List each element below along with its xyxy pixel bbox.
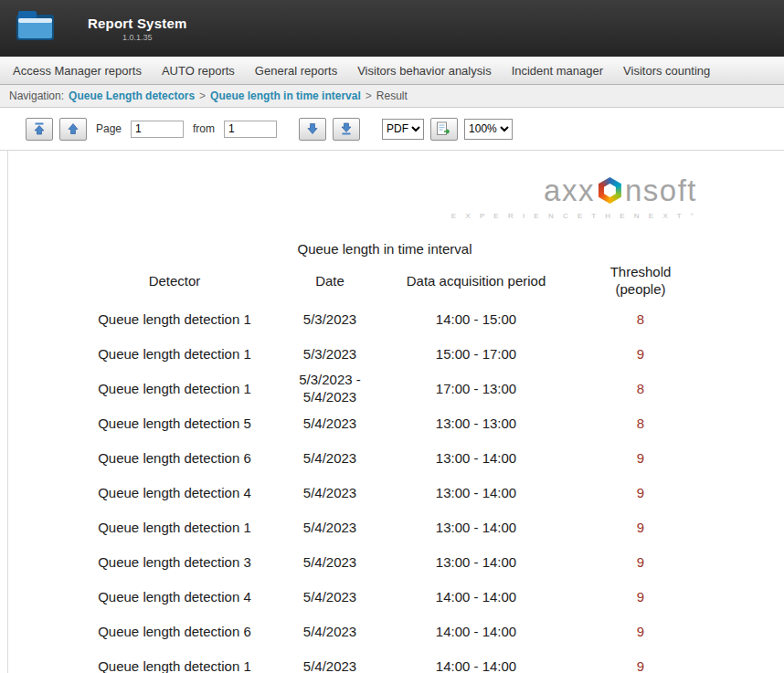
breadcrumb: Navigation: Queue Length detectors > Que… [0, 85, 784, 108]
cell-threshold: 9 [577, 658, 705, 673]
cell-date: 5/3/2023 [284, 311, 376, 329]
cell-threshold: 8 [577, 311, 705, 329]
cell-detector: Queue length detection 4 [65, 589, 284, 606]
last-page-button[interactable] [333, 118, 360, 141]
app-header: Report System 1.0.1.35 [0, 0, 784, 57]
table-row: Queue length detection 5 5/4/2023 13:00 … [65, 406, 784, 441]
report-title: Queue length in time interval [65, 241, 705, 257]
cell-period: 14:00 - 14:00 [376, 589, 577, 606]
cell-date: 5/3/2023 [284, 346, 376, 363]
cell-detector: Queue length detection 1 [65, 346, 284, 363]
cell-date: 5/4/2023 [284, 520, 376, 537]
total-pages-input[interactable] [224, 121, 277, 138]
cell-date: 5/4/2023 [284, 658, 376, 673]
breadcrumb-current: Result [376, 89, 408, 102]
page-label: Page [96, 122, 122, 135]
report-page: axxnsoft E X P E R I E N C E T H E N E X… [7, 151, 784, 673]
cell-period: 13:00 - 14:00 [376, 450, 577, 468]
page-input[interactable] [131, 121, 184, 138]
table-row: Queue length detection 1 5/3/2023 15:00 … [65, 337, 784, 372]
cell-detector: Queue length detection 1 [65, 381, 284, 398]
cell-period: 13:00 - 14:00 [376, 485, 577, 502]
breadcrumb-label: Navigation: [9, 89, 64, 102]
breadcrumb-separator: > [199, 89, 206, 102]
cell-period: 14:00 - 15:00 [376, 311, 577, 329]
column-header-date: Date [284, 273, 376, 290]
table-row: Queue length detection 4 5/4/2023 13:00 … [65, 476, 784, 510]
breadcrumb-link-interval[interactable]: Queue length in time interval [210, 89, 361, 102]
cell-date: 5/4/2023 [284, 554, 376, 572]
breadcrumb-link-detectors[interactable]: Queue Length detectors [69, 89, 195, 102]
cell-date: 5/4/2023 [284, 624, 376, 641]
previous-page-button[interactable] [59, 118, 87, 141]
table-row: Queue length detection 1 5/3/2023 - 5/4/… [65, 372, 784, 406]
cell-period: 14:00 - 14:00 [376, 658, 577, 673]
table-row: Queue length detection 3 5/4/2023 13:00 … [65, 545, 784, 580]
axxonsoft-tagline: E X P E R I E N C E T H E N E X T ° [8, 212, 784, 220]
tab[interactable]: Visitors behavior analysis [347, 64, 501, 78]
cell-period: 15:00 - 17:00 [376, 346, 577, 363]
cell-date: 5/3/2023 - 5/4/2023 [284, 372, 376, 406]
cell-threshold: 9 [577, 554, 705, 572]
next-page-button[interactable] [299, 118, 326, 141]
axxonsoft-logo-text-right: nsoft [625, 174, 697, 207]
app-title: Report System [88, 16, 186, 31]
table-row: Queue length detection 6 5/4/2023 14:00 … [65, 615, 784, 649]
from-label: from [193, 122, 215, 135]
cell-threshold: 9 [577, 624, 705, 641]
axxonsoft-logo-text-left: axx [544, 174, 595, 207]
tab[interactable]: Visitors counting [613, 64, 720, 78]
table-header-row: Detector Date Data acquisition period Th… [65, 260, 784, 302]
app-version: 1.0.1.35 [88, 33, 186, 42]
cell-detector: Queue length detection 1 [65, 311, 284, 329]
cell-threshold: 9 [577, 346, 705, 363]
table-row: Queue length detection 4 5/4/2023 14:00 … [65, 580, 784, 615]
cell-threshold: 9 [577, 450, 705, 468]
column-header-period: Data acquisition period [376, 273, 577, 290]
cell-date: 5/4/2023 [284, 485, 376, 502]
cell-threshold: 9 [577, 485, 705, 502]
app-folder-icon [15, 9, 57, 47]
last-page-icon [340, 122, 353, 135]
tab[interactable]: Access Manager reports [3, 64, 152, 78]
first-page-button[interactable] [26, 118, 53, 141]
cell-period: 13:00 - 14:00 [376, 554, 577, 572]
previous-page-icon [67, 122, 79, 135]
column-header-detector: Detector [65, 273, 284, 290]
cell-period: 14:00 - 14:00 [376, 624, 577, 641]
cell-detector: Queue length detection 3 [65, 554, 284, 572]
cell-date: 5/4/2023 [284, 415, 376, 433]
table-row: Queue length detection 6 5/4/2023 13:00 … [65, 441, 784, 476]
breadcrumb-separator: > [366, 89, 372, 102]
axxonsoft-logo: axxnsoft [8, 175, 784, 205]
cell-threshold: 9 [577, 520, 705, 537]
cell-period: 13:00 - 13:00 [376, 415, 577, 433]
cell-detector: Queue length detection 1 [65, 520, 284, 537]
export-button[interactable] [430, 118, 458, 141]
table-row: Queue length detection 1 5/4/2023 13:00 … [65, 510, 784, 545]
cell-detector: Queue length detection 4 [65, 485, 284, 502]
tab[interactable]: Incident manager [502, 64, 613, 78]
table-row: Queue length detection 1 5/4/2023 14:00 … [65, 649, 784, 673]
cell-detector: Queue length detection 5 [65, 415, 284, 433]
cell-threshold: 9 [577, 589, 705, 606]
report-table: Detector Date Data acquisition period Th… [65, 260, 784, 673]
cell-period: 13:00 - 14:00 [376, 520, 577, 537]
cell-threshold: 8 [577, 415, 705, 433]
tab[interactable]: AUTO reports [152, 64, 245, 78]
cell-detector: Queue length detection 6 [65, 450, 284, 468]
first-page-icon [33, 122, 46, 135]
axxonsoft-hexagon-icon [597, 177, 623, 204]
zoom-select[interactable]: 100% [464, 119, 513, 140]
export-format-select[interactable]: PDF [382, 119, 424, 140]
table-row: Queue length detection 1 5/3/2023 14:00 … [65, 302, 784, 337]
export-icon [436, 121, 452, 136]
cell-period: 17:00 - 13:00 [376, 381, 577, 398]
report-tabs: Access Manager reports AUTO reports Gene… [0, 57, 784, 85]
cell-detector: Queue length detection 6 [65, 624, 284, 641]
column-header-threshold: Threshold (people) [577, 264, 705, 299]
cell-date: 5/4/2023 [284, 589, 376, 606]
viewer-toolbar: Page from PDF 100% [0, 108, 784, 151]
tab[interactable]: General reports [245, 64, 347, 78]
next-page-icon [306, 122, 319, 135]
